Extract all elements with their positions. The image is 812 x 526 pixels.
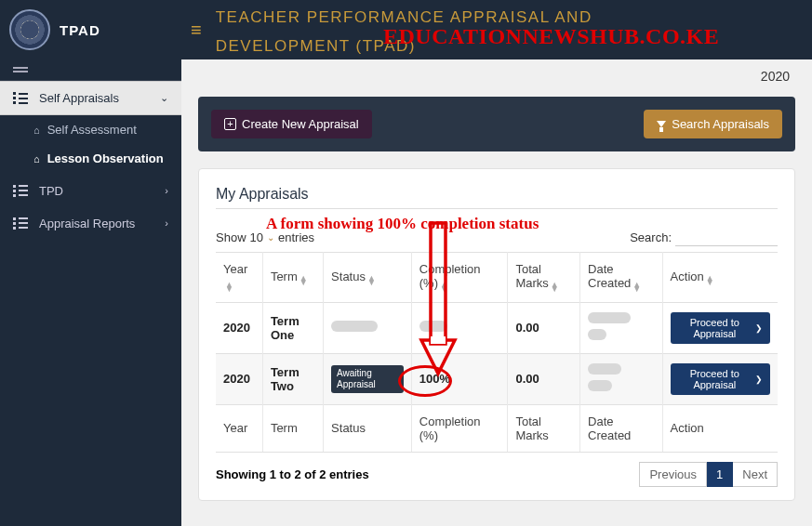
sidebar-label: TPD xyxy=(39,184,63,198)
sort-icon: ▲▼ xyxy=(300,276,308,286)
col-completion[interactable]: Completion (%)▲▼ xyxy=(411,253,508,303)
col-total-marks[interactable]: Total Marks▲▼ xyxy=(508,253,580,303)
chevron-right-icon: ❯ xyxy=(755,375,763,384)
logo-area: TPAD xyxy=(0,9,181,50)
chevron-right-icon: ❯ xyxy=(755,323,763,333)
sidebar-sublabel: Self Assessment xyxy=(47,123,137,137)
list-icon xyxy=(13,92,30,104)
next-button[interactable]: Next xyxy=(733,462,778,487)
sidebar-label: Self Appraisals xyxy=(39,91,119,105)
cell-action: Proceed to Appraisal ❯ xyxy=(662,302,778,353)
create-appraisal-button[interactable]: + Create New Appraisal xyxy=(211,110,372,138)
redacted xyxy=(588,312,631,323)
annotation-text: A form showing 100% completion status xyxy=(266,215,539,233)
table-search: Search: xyxy=(630,228,778,246)
cell-term: Term Two xyxy=(262,353,323,404)
button-label: Proceed to Appraisal xyxy=(678,317,752,339)
home-icon: ⌂ xyxy=(33,125,40,136)
sort-icon: ▲▼ xyxy=(632,283,641,293)
main-content: 2020 + Create New Appraisal Search Appra… xyxy=(181,59,812,526)
table-row: 2020 Term Two Awaiting Appraisal 100% 0.… xyxy=(216,353,778,404)
footcell-term: Term xyxy=(262,404,323,452)
divider xyxy=(216,208,778,209)
show-label: Show xyxy=(216,230,246,244)
list-icon xyxy=(13,217,30,230)
sort-icon: ▲▼ xyxy=(225,283,233,293)
col-action[interactable]: Action▲▼ xyxy=(662,253,778,303)
prev-button[interactable]: Previous xyxy=(639,462,707,487)
search-appraisals-button[interactable]: Search Appraisals xyxy=(644,110,782,138)
appraisals-panel: My Appraisals A form showing 100% comple… xyxy=(198,168,795,501)
col-term[interactable]: Term▲▼ xyxy=(262,253,323,303)
pagination: Previous 1 Next xyxy=(639,462,778,487)
col-status[interactable]: Status▲▼ xyxy=(324,253,412,303)
show-count: 10 xyxy=(250,230,263,244)
sort-icon: ▲▼ xyxy=(367,276,376,286)
sidebar-item-appraisal-reports[interactable]: Appraisal Reports › xyxy=(0,207,181,240)
panel-title: My Appraisals xyxy=(216,186,778,203)
sidebar: Self Appraisals ⌄ ⌂ Self Assessment ⌂ Le… xyxy=(0,59,181,526)
footcell-action: Action xyxy=(662,404,778,452)
cell-status xyxy=(324,302,412,353)
cell-term: Term One xyxy=(262,302,323,353)
cell-completion: 100% xyxy=(411,353,508,404)
home-icon: ⌂ xyxy=(33,153,40,164)
entries-info: Showing 1 to 2 of 2 entries xyxy=(216,467,369,481)
menu-toggle-icon[interactable]: ≡ xyxy=(191,20,202,41)
redacted xyxy=(331,321,378,332)
proceed-button[interactable]: Proceed to Appraisal ❯ xyxy=(671,312,770,344)
sidebar-collapsed-item[interactable] xyxy=(0,59,181,81)
table-row: 2020 Term One 0.00 Proceed to Appraisal … xyxy=(216,302,778,353)
sidebar-label: Appraisal Reports xyxy=(39,217,135,230)
cell-year: 2020 xyxy=(216,302,262,353)
table-footer: Showing 1 to 2 of 2 entries Previous 1 N… xyxy=(216,462,778,487)
filter-icon xyxy=(657,121,666,127)
footcell-total-marks: Total Marks xyxy=(508,404,580,452)
redacted xyxy=(588,363,621,375)
button-label: Search Appraisals xyxy=(672,117,769,131)
action-bar: + Create New Appraisal Search Appraisals xyxy=(198,97,795,151)
redacted xyxy=(588,380,612,391)
plus-icon: + xyxy=(224,118,236,130)
caret-down-icon: ⌄ xyxy=(267,232,274,243)
cell-date-created xyxy=(580,302,663,353)
app-logo xyxy=(9,9,50,50)
cell-total-marks: 0.00 xyxy=(508,302,580,353)
search-input[interactable] xyxy=(675,228,778,246)
year-display: 2020 xyxy=(761,69,790,84)
sort-icon: ▲▼ xyxy=(440,283,448,293)
cell-status: Awaiting Appraisal xyxy=(324,353,412,404)
cell-year: 2020 xyxy=(216,353,262,404)
watermark-overlay: EDUCATIONNEWSHUB.CO.KE xyxy=(383,24,719,49)
footcell-status: Status xyxy=(324,404,412,452)
search-label: Search: xyxy=(630,230,672,244)
col-date-created[interactable]: Date Created▲▼ xyxy=(580,253,663,303)
sort-icon: ▲▼ xyxy=(706,276,714,286)
page-number[interactable]: 1 xyxy=(707,462,733,487)
redacted xyxy=(588,329,606,340)
appraisals-table: Year▲▼ Term▲▼ Status▲▼ Completion (%)▲▼ … xyxy=(216,252,778,453)
sidebar-sublabel: Lesson Observation xyxy=(47,151,164,167)
table-footer-row: Year Term Status Completion (%) Total Ma… xyxy=(216,404,778,452)
chevron-right-icon: › xyxy=(165,217,168,229)
cell-completion xyxy=(411,302,508,353)
app-name: TPAD xyxy=(60,22,100,38)
button-label: Proceed to Appraisal xyxy=(678,368,752,390)
sidebar-subitem-lesson-observation[interactable]: ⌂ Lesson Observation xyxy=(0,144,181,175)
table-header-row: Year▲▼ Term▲▼ Status▲▼ Completion (%)▲▼ … xyxy=(216,253,778,303)
list-icon xyxy=(13,185,30,197)
cell-date-created xyxy=(580,353,663,404)
redacted xyxy=(419,321,447,332)
sidebar-subitem-self-assessment[interactable]: ⌂ Self Assessment xyxy=(0,115,181,144)
sort-icon: ▲▼ xyxy=(551,283,559,293)
sidebar-item-self-appraisals[interactable]: Self Appraisals ⌄ xyxy=(0,81,181,115)
sidebar-item-tpd[interactable]: TPD › xyxy=(0,175,181,207)
button-label: Create New Appraisal xyxy=(242,117,359,131)
chevron-down-icon: ⌄ xyxy=(160,92,168,104)
cell-total-marks: 0.00 xyxy=(508,353,580,404)
footcell-date-created: Date Created xyxy=(580,404,663,452)
col-year[interactable]: Year▲▼ xyxy=(216,253,262,303)
footcell-completion: Completion (%) xyxy=(411,404,508,452)
chevron-right-icon: › xyxy=(165,185,168,196)
proceed-button[interactable]: Proceed to Appraisal ❯ xyxy=(671,363,770,395)
